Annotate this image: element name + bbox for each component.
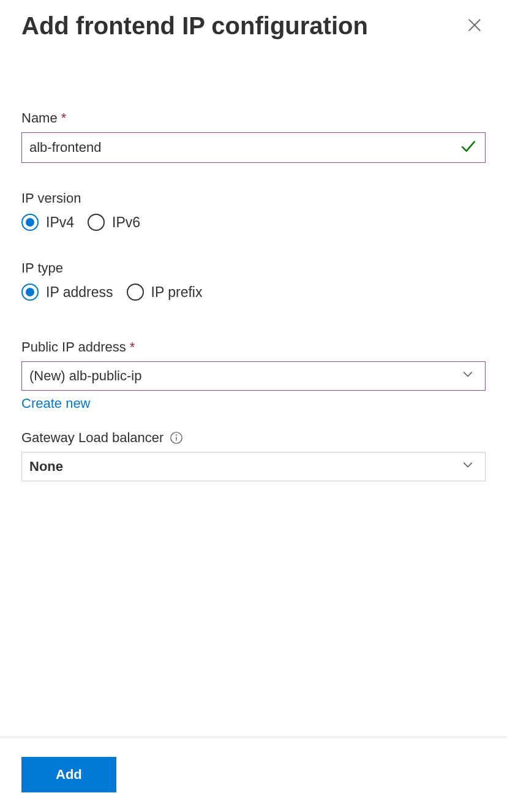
public-ip-dropdown[interactable]: (New) alb-public-ip bbox=[21, 361, 486, 391]
gateway-lb-label: Gateway Load balancer bbox=[21, 430, 486, 446]
close-button[interactable] bbox=[464, 14, 486, 39]
ip-version-radio-group: IPv4 IPv6 bbox=[21, 214, 486, 231]
name-label-text: Name bbox=[21, 110, 58, 126]
add-button[interactable]: Add bbox=[21, 757, 116, 792]
gateway-lb-dropdown[interactable]: None bbox=[21, 452, 486, 481]
radio-icon bbox=[21, 214, 39, 231]
public-ip-label: Public IP address * bbox=[21, 339, 486, 355]
radio-label: IPv4 bbox=[46, 214, 74, 231]
name-label: Name * bbox=[21, 110, 486, 126]
page-title: Add frontend IP configuration bbox=[21, 12, 368, 40]
name-input[interactable] bbox=[21, 132, 486, 163]
ip-type-prefix[interactable]: IP prefix bbox=[127, 284, 203, 301]
required-indicator: * bbox=[130, 339, 135, 355]
radio-icon bbox=[21, 284, 39, 301]
ip-type-label: IP type bbox=[21, 260, 486, 276]
svg-point-4 bbox=[176, 435, 177, 435]
public-ip-label-text: Public IP address bbox=[21, 339, 126, 355]
gateway-lb-label-text: Gateway Load balancer bbox=[21, 430, 163, 446]
radio-icon bbox=[127, 284, 144, 301]
ip-type-address[interactable]: IP address bbox=[21, 284, 113, 301]
info-icon[interactable] bbox=[170, 431, 183, 445]
public-ip-value: (New) alb-public-ip bbox=[29, 368, 141, 384]
required-indicator: * bbox=[61, 110, 67, 126]
chevron-down-icon bbox=[462, 459, 474, 475]
ip-version-ipv4[interactable]: IPv4 bbox=[21, 214, 74, 231]
radio-label: IP prefix bbox=[151, 284, 203, 301]
radio-icon bbox=[88, 214, 105, 231]
close-icon bbox=[466, 17, 483, 36]
create-new-link[interactable]: Create new bbox=[21, 396, 91, 412]
ip-version-label: IP version bbox=[21, 190, 486, 206]
ip-type-radio-group: IP address IP prefix bbox=[21, 284, 486, 301]
gateway-lb-value: None bbox=[29, 459, 63, 475]
radio-label: IPv6 bbox=[112, 214, 140, 231]
radio-label: IP address bbox=[46, 284, 113, 301]
ip-version-ipv6[interactable]: IPv6 bbox=[88, 214, 140, 231]
chevron-down-icon bbox=[462, 368, 474, 384]
